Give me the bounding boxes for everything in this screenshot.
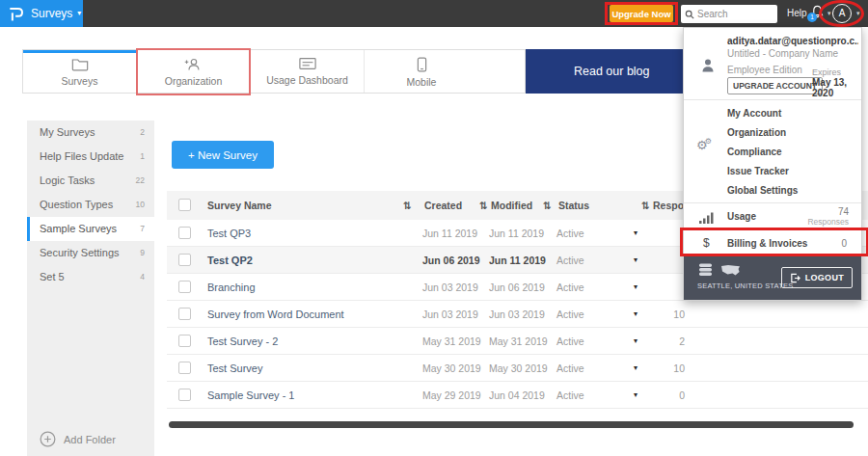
sidebar-item-question-types[interactable]: Question Types 10 <box>27 193 154 217</box>
table-row: Survey from Word Document Jun 03 2019 Ju… <box>167 301 868 328</box>
sidebar-item-help-files-update[interactable]: Help Files Update 1 <box>27 145 154 169</box>
row-checkbox[interactable] <box>178 308 191 320</box>
folder-icon <box>71 57 89 71</box>
search-input[interactable] <box>697 9 767 19</box>
account-company: Untitled - Company Name <box>727 48 838 59</box>
header-modified[interactable]: Modified <box>491 200 532 211</box>
sidebar-item-label: My Surveys <box>40 126 95 138</box>
modified-date: Jun 03 2019 <box>489 301 545 328</box>
logout-button[interactable]: LOGOUT <box>781 267 853 288</box>
tab-surveys[interactable]: Surveys <box>23 50 137 93</box>
sort-icon[interactable]: ⇅ <box>543 200 552 211</box>
sidebar-item-set-5[interactable]: Set 5 4 <box>27 265 154 289</box>
sort-icon[interactable]: ⇅ <box>641 200 650 211</box>
modified-date: Jun 06 2019 <box>489 274 545 301</box>
chevron-down-icon[interactable]: ▾ <box>856 10 860 16</box>
new-survey-button[interactable]: + New Survey <box>172 141 274 169</box>
row-checkbox[interactable] <box>178 254 191 266</box>
server-stack-icon <box>698 263 713 277</box>
created-date: May 31 2019 <box>422 328 481 355</box>
row-checkbox[interactable] <box>178 281 191 293</box>
help-link[interactable]: Help <box>787 8 807 18</box>
dashboard-icon <box>299 57 316 70</box>
header-survey-name[interactable]: Survey Name <box>207 200 272 211</box>
logout-icon <box>790 273 800 283</box>
menu-item-issue-tracker[interactable]: Issue Tracker <box>684 162 861 181</box>
tab-organization[interactable]: Organization <box>137 50 251 93</box>
tab-mobile[interactable]: Mobile <box>365 50 478 93</box>
status-label: Active <box>556 328 584 355</box>
menu-item-global-settings[interactable]: Global Settings <box>684 181 861 201</box>
chevron-down-icon: ▾ <box>77 10 81 17</box>
expires-date: May 13, 2020 <box>812 77 861 98</box>
billing-value: 0 <box>841 238 847 249</box>
tab-label: Usage Dashboard <box>266 74 348 86</box>
row-checkbox[interactable] <box>178 362 191 374</box>
row-checkbox[interactable] <box>178 335 191 347</box>
usage-bars-icon <box>699 212 715 224</box>
header-status[interactable]: Status <box>558 200 589 211</box>
survey-name-link[interactable]: Test QP2 <box>207 247 253 274</box>
account-avatar[interactable]: A <box>832 4 852 23</box>
created-date: May 29 2019 <box>422 382 481 409</box>
survey-name-link[interactable]: Survey from Word Document <box>207 301 344 328</box>
gears-icon: ⚙⚙ <box>696 138 715 152</box>
tab-label: Surveys <box>62 75 98 87</box>
sidebar-item-count: 10 <box>136 193 145 217</box>
created-date: Jun 03 2019 <box>422 301 478 328</box>
row-checkbox[interactable] <box>178 227 191 239</box>
add-folder-button[interactable]: Add Folder <box>40 431 116 447</box>
notifications-bell[interactable]: 1 <box>811 5 825 20</box>
upgrade-now-button[interactable]: Upgrade Now <box>610 5 673 22</box>
sidebar-item-security-settings[interactable]: Security Settings 9 <box>27 241 154 265</box>
sort-icon[interactable]: ⇅ <box>403 200 412 211</box>
sidebar-item-label: Help Files Update <box>40 150 123 162</box>
survey-name-link[interactable]: Sample Survey - 1 <box>207 382 294 409</box>
modified-date: Jun 04 2019 <box>489 382 545 409</box>
chevron-down-icon[interactable]: ▾ <box>827 10 831 16</box>
row-actions-caret[interactable]: ▾ <box>628 301 643 328</box>
survey-name-link[interactable]: Test Survey - 2 <box>207 328 278 355</box>
survey-name-link[interactable]: Test QP3 <box>207 220 251 247</box>
sidebar-item-count: 9 <box>140 241 145 265</box>
survey-name-link[interactable]: Test Survey <box>207 355 262 382</box>
row-actions-caret[interactable]: ▾ <box>628 382 643 409</box>
row-actions-caret[interactable]: ▾ <box>628 247 643 274</box>
horizontal-scrollbar[interactable] <box>169 421 854 428</box>
search-icon <box>685 10 694 19</box>
row-actions-caret[interactable]: ▾ <box>628 355 643 382</box>
sidebar-item-label: Question Types <box>40 199 113 210</box>
select-all-checkbox[interactable] <box>178 199 191 211</box>
row-actions-caret[interactable]: ▾ <box>628 328 643 355</box>
account-menu-list: My Account Organization Compliance Issue… <box>684 99 861 202</box>
billing-row[interactable]: $ Billing & Invoices 0 <box>684 231 861 256</box>
sidebar-item-logic-tasks[interactable]: Logic Tasks 22 <box>27 169 154 193</box>
created-date: Jun 11 2019 <box>422 220 477 247</box>
menu-item-my-account[interactable]: My Account <box>684 104 861 123</box>
usa-map-icon <box>720 264 741 277</box>
table-row: Test Survey - 2 May 31 2019 May 31 2019 … <box>167 328 868 355</box>
usage-row[interactable]: Usage 74 Responses <box>684 202 861 231</box>
status-label: Active <box>556 220 584 247</box>
sort-icon[interactable]: ⇅ <box>479 200 488 211</box>
tabstrip-filler <box>478 50 525 93</box>
row-actions-caret[interactable]: ▾ <box>628 274 643 301</box>
logout-label: LOGOUT <box>805 273 844 282</box>
created-date: Jun 06 2019 <box>422 247 480 274</box>
row-checkbox[interactable] <box>178 389 191 401</box>
billing-label: Billing & Invoices <box>727 238 807 249</box>
sidebar-item-my-surveys[interactable]: My Surveys 2 <box>27 121 154 145</box>
survey-name-link[interactable]: Branching <box>207 274 256 301</box>
tab-usage-dashboard[interactable]: Usage Dashboard <box>251 50 365 93</box>
modified-date: Jun 11 2019 <box>489 220 544 247</box>
header-created[interactable]: Created <box>424 200 462 211</box>
sidebar-item-sample-surveys[interactable]: Sample Surveys 7 <box>27 217 154 241</box>
sidebar-item-count: 4 <box>140 265 145 289</box>
add-folder-label: Add Folder <box>64 434 116 445</box>
modified-date: May 30 2019 <box>489 355 548 382</box>
row-actions-caret[interactable]: ▾ <box>628 220 643 247</box>
status-label: Active <box>556 274 584 301</box>
sidebar-item-count: 2 <box>140 121 145 145</box>
upgrade-account-button[interactable]: UPGRADE ACCOUNT <box>727 77 823 94</box>
app-logo-menu[interactable]: Surveys ▾ <box>0 0 83 27</box>
